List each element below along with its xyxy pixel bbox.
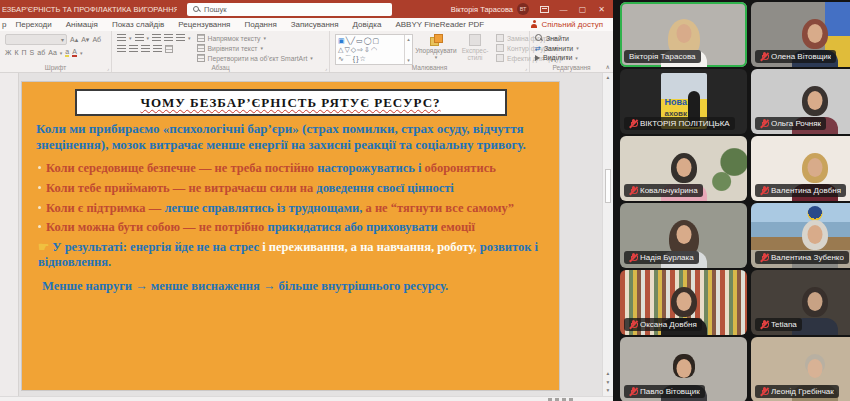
share-button[interactable]: Спільний доступ <box>530 20 603 29</box>
video-tile-oksana-dovbnia[interactable]: Оксана Довбня <box>620 270 747 335</box>
tab-slideshow[interactable]: Показ слайдів <box>105 20 171 29</box>
tab-view[interactable]: Подання <box>237 20 283 29</box>
participant-label: Валентина Зубенко <box>755 251 849 264</box>
video-tile-nadiia-burlaka[interactable]: Надія Бурлака <box>620 203 747 268</box>
previous-slide-button[interactable]: ▴ <box>607 370 610 378</box>
screen: ЕЗБАР’ЄРНІСТЬ ТА ПРОФІЛАКТИКА ВИГОРАННЯ … <box>0 0 850 401</box>
participant-label: Олена Вітовщик <box>755 50 836 63</box>
scroll-up-icon[interactable]: ▴ <box>607 74 610 82</box>
select-button[interactable]: Виділити▾ <box>535 54 609 61</box>
tab-help[interactable]: Довідка <box>346 20 389 29</box>
editing-group-label: Редагування <box>530 64 613 71</box>
video-tile-valentyna-dovbnia[interactable]: Валентина Довбня <box>751 136 850 201</box>
font-name-dropdown[interactable] <box>5 34 67 45</box>
tab-animations[interactable]: Анімація <box>59 20 105 29</box>
bullet-item: Коли є підтримка — легше справлятись із … <box>38 201 551 216</box>
window-title: ЕЗБАР’ЄРНІСТЬ ТА ПРОФІЛАКТИКА ВИГОРАННЯ … <box>2 5 177 14</box>
view-reading-icon[interactable] <box>562 398 566 401</box>
video-tile-valentyna-zubenko[interactable]: Валентина Зубенко <box>751 203 850 268</box>
slide-title: ЧОМУ БЕЗБАР’ЄРНІСТЬ РЯТУЄ РЕСУРС? <box>140 95 440 110</box>
minimize-button[interactable]: — <box>554 0 573 18</box>
slide-bullets: Коли середовище безпечне — не треба пост… <box>38 161 551 293</box>
status-bar <box>0 396 613 401</box>
mic-muted-icon <box>629 253 637 262</box>
smartart-button[interactable]: Перетворити на об’єкт SmartArt▾ <box>197 54 313 62</box>
tab-abbyy[interactable]: ABBYY FineReader PDF <box>388 20 491 29</box>
change-case-button[interactable]: Аа <box>48 49 57 56</box>
account-name: Вікторія Тарасова <box>451 5 513 14</box>
justify-icon[interactable] <box>153 45 162 53</box>
tab-review[interactable]: Рецензування <box>171 20 237 29</box>
view-slideshow-icon[interactable] <box>569 398 573 401</box>
slide[interactable]: ЧОМУ БЕЗБАР’ЄРНІСТЬ РЯТУЄ РЕСУРС? Коли м… <box>22 82 559 390</box>
indent-decrease-icon[interactable] <box>152 34 161 42</box>
mic-muted-icon <box>760 253 768 262</box>
next-slide-button[interactable]: ▾ <box>607 379 610 387</box>
video-tile-viktoriia-tarasova[interactable]: Вікторія Тарасова <box>620 2 747 67</box>
tab-recording[interactable]: Записування <box>284 20 346 29</box>
strikethrough-button[interactable]: S <box>30 49 35 56</box>
shape-effects-icon <box>496 54 504 62</box>
text-direction-button[interactable]: Напрямок тексту▾ <box>197 34 313 42</box>
align-left-icon[interactable] <box>117 45 126 53</box>
numbering-icon[interactable] <box>135 34 144 42</box>
align-right-icon[interactable] <box>141 45 150 53</box>
paragraph-group-expander[interactable]: ⌟ <box>325 65 327 71</box>
tab-transitions[interactable]: Переходи <box>8 20 58 29</box>
drawing-group-label: Малювання <box>330 64 529 71</box>
char-spacing-button[interactable]: аб <box>37 49 45 56</box>
collapse-ribbon-button[interactable]: ∧ <box>606 63 610 70</box>
shapes-gallery[interactable]: ▣╲╱▭◯▢ △▽◇⇨⇩◠ ∿⌒{}☆ ▴▾ <box>335 34 413 65</box>
close-button[interactable]: ✕ <box>592 0 611 18</box>
slide-title-box[interactable]: ЧОМУ БЕЗБАР’ЄРНІСТЬ РЯТУЄ РЕСУРС? <box>75 89 507 116</box>
video-tile-leonid-hrebinchak[interactable]: Леонід Гребінчак <box>751 337 850 401</box>
find-button[interactable]: Знайти <box>535 34 609 42</box>
account-button[interactable]: Вікторія Тарасова ВТ <box>451 3 529 15</box>
shape-icons: ▣╲╱▭◯▢ △▽◇⇨⇩◠ ∿⌒{}☆ <box>336 35 404 64</box>
arrange-button[interactable]: Упорядкувати ▾ <box>416 34 456 60</box>
underline-button[interactable]: П <box>22 49 27 56</box>
font-group-expander[interactable]: ⌟ <box>107 65 109 71</box>
paragraph-buttons: Напрямок тексту▾ Вирівняти текст▾ Перетв… <box>197 34 313 64</box>
font-color-button[interactable]: А <box>72 48 77 57</box>
bullets-icon[interactable] <box>117 34 126 42</box>
video-tile-viktoriia-politytska[interactable]: Нова аховк ВІКТОРІЯ ПОЛІТИЦЬКА <box>620 69 747 134</box>
italic-button[interactable]: К <box>14 49 18 56</box>
bold-button[interactable]: Ж <box>5 49 11 56</box>
view-normal-icon[interactable] <box>548 398 552 401</box>
video-tile-olena-vitovshchyk[interactable]: Олена Вітовщик <box>751 2 850 67</box>
vertical-scrollbar[interactable]: ▴ ▴ ▾ ▾ <box>602 73 613 396</box>
slide-thumbnail-panel[interactable] <box>0 73 19 396</box>
drawing-group-expander[interactable]: ⌟ <box>525 65 527 71</box>
video-tile-tetiana[interactable]: Tetiana <box>751 270 850 335</box>
view-sorter-icon[interactable] <box>555 398 559 401</box>
restore-button[interactable]: ▢ <box>573 0 592 18</box>
columns-icon[interactable] <box>165 45 173 53</box>
scrollbar-thumb[interactable] <box>605 169 611 203</box>
share-icon <box>530 20 538 29</box>
grow-font-button[interactable]: А▴ <box>70 36 78 43</box>
line-spacing-icon[interactable] <box>176 34 185 42</box>
smartart-icon <box>197 54 205 62</box>
video-tile-olha-rochniak[interactable]: Ольга Рочняк <box>751 69 850 134</box>
shrink-font-button[interactable]: А▾ <box>81 36 89 43</box>
replace-button[interactable]: ⇄ Замінити▾ <box>535 45 609 52</box>
search-input[interactable]: Пошук <box>187 3 392 16</box>
share-label: Спільний доступ <box>541 20 603 29</box>
video-tile-pavlo-vitovshchyk[interactable]: Павло Вітовщик <box>620 337 747 401</box>
meeting-participant-grid: Вікторія Тарасова Олена Вітовщик Нова ах… <box>613 0 850 401</box>
gallery-scrollbar[interactable]: ▴▾ <box>404 35 412 64</box>
select-icon <box>535 55 540 61</box>
scroll-down-icon[interactable]: ▾ <box>607 387 610 395</box>
align-text-button[interactable]: Вирівняти текст▾ <box>197 44 313 52</box>
video-tile-kovalchuk-iryna[interactable]: КовальчукІрина <box>620 136 747 201</box>
highlight-color-button[interactable]: а <box>65 48 69 57</box>
ribbon-group-paragraph: ▾ ▾ ▾ <box>112 31 330 72</box>
ribbon-display-options-button[interactable] <box>535 0 554 18</box>
indent-increase-icon[interactable] <box>164 34 173 42</box>
clear-format-button[interactable]: Аб <box>92 36 101 43</box>
align-center-icon[interactable] <box>129 45 138 53</box>
mic-muted-icon <box>629 320 637 329</box>
quick-styles-button[interactable]: Експрес- стилі <box>459 34 491 62</box>
workspace: ЧОМУ БЕЗБАР’ЄРНІСТЬ РЯТУЄ РЕСУРС? Коли м… <box>0 73 613 396</box>
